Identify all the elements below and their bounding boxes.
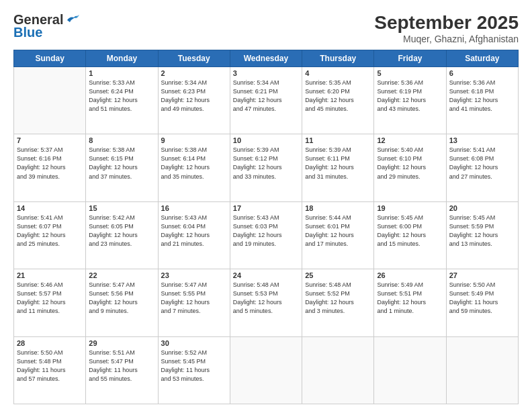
col-tuesday: Tuesday xyxy=(158,50,230,67)
day-number: 28 xyxy=(17,339,83,347)
day-number: 12 xyxy=(377,136,443,144)
day-number: 8 xyxy=(89,136,154,144)
day-number: 5 xyxy=(377,69,443,77)
calendar-week-4: 21Sunrise: 5:46 AMSunset: 5:57 PMDayligh… xyxy=(14,269,519,336)
day-info: Sunrise: 5:48 AMSunset: 5:52 PMDaylight:… xyxy=(305,281,371,316)
calendar-cell: 29Sunrise: 5:51 AMSunset: 5:47 PMDayligh… xyxy=(86,336,158,404)
calendar-cell: 4Sunrise: 5:35 AMSunset: 6:20 PMDaylight… xyxy=(302,67,374,134)
calendar-cell: 10Sunrise: 5:39 AMSunset: 6:12 PMDayligh… xyxy=(230,134,302,201)
col-friday: Friday xyxy=(374,50,446,67)
day-number: 20 xyxy=(449,204,515,212)
calendar-title: September 2025 xyxy=(374,12,519,34)
day-number: 13 xyxy=(449,136,515,144)
day-number: 16 xyxy=(161,204,227,212)
calendar-cell: 30Sunrise: 5:52 AMSunset: 5:45 PMDayligh… xyxy=(158,336,230,404)
day-info: Sunrise: 5:33 AMSunset: 6:24 PMDaylight:… xyxy=(89,79,154,113)
day-number: 2 xyxy=(161,69,227,77)
day-number: 14 xyxy=(17,204,83,212)
calendar-cell: 15Sunrise: 5:42 AMSunset: 6:05 PMDayligh… xyxy=(86,201,158,269)
day-number: 24 xyxy=(233,271,299,279)
calendar-cell xyxy=(446,336,518,404)
day-info: Sunrise: 5:50 AMSunset: 5:49 PMDaylight:… xyxy=(449,281,515,316)
calendar-cell: 19Sunrise: 5:45 AMSunset: 6:00 PMDayligh… xyxy=(374,201,446,269)
day-info: Sunrise: 5:50 AMSunset: 5:48 PMDaylight:… xyxy=(17,349,83,383)
day-number: 1 xyxy=(89,69,154,77)
calendar-cell: 2Sunrise: 5:34 AMSunset: 6:23 PMDaylight… xyxy=(158,67,230,134)
day-info: Sunrise: 5:36 AMSunset: 6:18 PMDaylight:… xyxy=(449,79,515,113)
day-info: Sunrise: 5:37 AMSunset: 6:16 PMDaylight:… xyxy=(17,146,83,181)
day-number: 23 xyxy=(161,271,227,279)
col-thursday: Thursday xyxy=(302,50,374,67)
calendar-cell: 5Sunrise: 5:36 AMSunset: 6:19 PMDaylight… xyxy=(374,67,446,134)
day-info: Sunrise: 5:38 AMSunset: 6:15 PMDaylight:… xyxy=(89,146,154,181)
day-info: Sunrise: 5:39 AMSunset: 6:11 PMDaylight:… xyxy=(305,146,371,181)
day-info: Sunrise: 5:39 AMSunset: 6:12 PMDaylight:… xyxy=(233,146,299,181)
calendar-week-5: 28Sunrise: 5:50 AMSunset: 5:48 PMDayligh… xyxy=(14,336,519,404)
title-block: September 2025 Muqer, Ghazni, Afghanista… xyxy=(374,12,519,44)
logo-blue: Blue xyxy=(13,25,42,40)
day-number: 3 xyxy=(233,69,299,77)
day-info: Sunrise: 5:41 AMSunset: 6:07 PMDaylight:… xyxy=(17,214,83,248)
day-number: 21 xyxy=(17,271,83,279)
page: General Blue September 2025 Muqer, Ghazn… xyxy=(0,0,532,411)
calendar-cell: 11Sunrise: 5:39 AMSunset: 6:11 PMDayligh… xyxy=(302,134,374,201)
calendar-cell: 3Sunrise: 5:34 AMSunset: 6:21 PMDaylight… xyxy=(230,67,302,134)
col-sunday: Sunday xyxy=(14,50,86,67)
logo-bird-icon xyxy=(64,15,79,26)
calendar-subtitle: Muqer, Ghazni, Afghanistan xyxy=(374,34,519,44)
day-info: Sunrise: 5:34 AMSunset: 6:21 PMDaylight:… xyxy=(233,79,299,113)
calendar-cell: 9Sunrise: 5:38 AMSunset: 6:14 PMDaylight… xyxy=(158,134,230,201)
calendar-cell: 1Sunrise: 5:33 AMSunset: 6:24 PMDaylight… xyxy=(86,67,158,134)
day-info: Sunrise: 5:46 AMSunset: 5:57 PMDaylight:… xyxy=(17,281,83,316)
day-number: 6 xyxy=(449,69,515,77)
calendar-cell: 13Sunrise: 5:41 AMSunset: 6:08 PMDayligh… xyxy=(446,134,518,201)
day-info: Sunrise: 5:47 AMSunset: 5:56 PMDaylight:… xyxy=(89,281,154,316)
day-info: Sunrise: 5:34 AMSunset: 6:23 PMDaylight:… xyxy=(161,79,227,113)
day-number: 22 xyxy=(89,271,154,279)
calendar-cell: 26Sunrise: 5:49 AMSunset: 5:51 PMDayligh… xyxy=(374,269,446,336)
calendar-cell: 18Sunrise: 5:44 AMSunset: 6:01 PMDayligh… xyxy=(302,201,374,269)
day-info: Sunrise: 5:51 AMSunset: 5:47 PMDaylight:… xyxy=(89,349,154,383)
calendar-cell: 14Sunrise: 5:41 AMSunset: 6:07 PMDayligh… xyxy=(14,201,86,269)
calendar-week-1: 1Sunrise: 5:33 AMSunset: 6:24 PMDaylight… xyxy=(14,67,519,134)
calendar-cell: 28Sunrise: 5:50 AMSunset: 5:48 PMDayligh… xyxy=(14,336,86,404)
day-number: 26 xyxy=(377,271,443,279)
col-saturday: Saturday xyxy=(446,50,518,67)
day-info: Sunrise: 5:47 AMSunset: 5:55 PMDaylight:… xyxy=(161,281,227,316)
day-info: Sunrise: 5:43 AMSunset: 6:03 PMDaylight:… xyxy=(233,214,299,248)
calendar-cell: 22Sunrise: 5:47 AMSunset: 5:56 PMDayligh… xyxy=(86,269,158,336)
day-number: 29 xyxy=(89,339,154,347)
day-info: Sunrise: 5:45 AMSunset: 6:00 PMDaylight:… xyxy=(377,214,443,248)
day-number: 9 xyxy=(161,136,227,144)
day-number: 15 xyxy=(89,204,154,212)
day-info: Sunrise: 5:45 AMSunset: 5:59 PMDaylight:… xyxy=(449,214,515,248)
calendar-cell: 7Sunrise: 5:37 AMSunset: 6:16 PMDaylight… xyxy=(14,134,86,201)
calendar-cell xyxy=(230,336,302,404)
day-number: 19 xyxy=(377,204,443,212)
col-monday: Monday xyxy=(86,50,158,67)
calendar-cell: 17Sunrise: 5:43 AMSunset: 6:03 PMDayligh… xyxy=(230,201,302,269)
day-info: Sunrise: 5:52 AMSunset: 5:45 PMDaylight:… xyxy=(161,349,227,383)
day-info: Sunrise: 5:48 AMSunset: 5:53 PMDaylight:… xyxy=(233,281,299,316)
day-number: 27 xyxy=(449,271,515,279)
calendar-cell xyxy=(14,67,86,134)
day-info: Sunrise: 5:43 AMSunset: 6:04 PMDaylight:… xyxy=(161,214,227,248)
day-info: Sunrise: 5:36 AMSunset: 6:19 PMDaylight:… xyxy=(377,79,443,113)
day-number: 7 xyxy=(17,136,83,144)
day-number: 10 xyxy=(233,136,299,144)
calendar-cell: 12Sunrise: 5:40 AMSunset: 6:10 PMDayligh… xyxy=(374,134,446,201)
day-number: 25 xyxy=(305,271,371,279)
calendar-cell: 27Sunrise: 5:50 AMSunset: 5:49 PMDayligh… xyxy=(446,269,518,336)
day-info: Sunrise: 5:40 AMSunset: 6:10 PMDaylight:… xyxy=(377,146,443,181)
day-number: 30 xyxy=(161,339,227,347)
day-info: Sunrise: 5:49 AMSunset: 5:51 PMDaylight:… xyxy=(377,281,443,316)
calendar-cell: 24Sunrise: 5:48 AMSunset: 5:53 PMDayligh… xyxy=(230,269,302,336)
calendar-cell: 6Sunrise: 5:36 AMSunset: 6:18 PMDaylight… xyxy=(446,67,518,134)
calendar-cell: 8Sunrise: 5:38 AMSunset: 6:15 PMDaylight… xyxy=(86,134,158,201)
day-info: Sunrise: 5:42 AMSunset: 6:05 PMDaylight:… xyxy=(89,214,154,248)
calendar-week-2: 7Sunrise: 5:37 AMSunset: 6:16 PMDaylight… xyxy=(14,134,519,201)
calendar-cell: 16Sunrise: 5:43 AMSunset: 6:04 PMDayligh… xyxy=(158,201,230,269)
day-info: Sunrise: 5:44 AMSunset: 6:01 PMDaylight:… xyxy=(305,214,371,248)
day-info: Sunrise: 5:38 AMSunset: 6:14 PMDaylight:… xyxy=(161,146,227,181)
day-number: 4 xyxy=(305,69,371,77)
